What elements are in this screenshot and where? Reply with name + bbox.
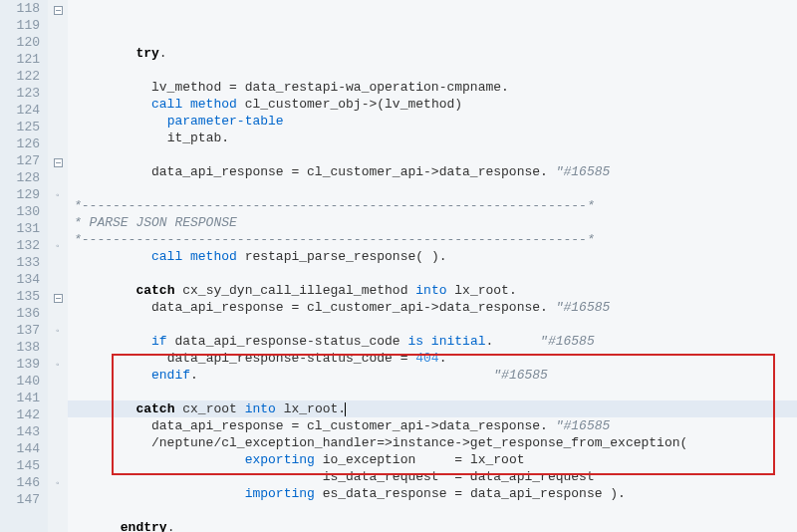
fold-cell xyxy=(48,51,68,68)
code-line[interactable]: it_ptab. xyxy=(68,130,797,146)
token-comment: "#16585 xyxy=(556,164,611,179)
code-line[interactable]: call method cl_customer_obj->(lv_method) xyxy=(68,96,797,113)
code-line[interactable]: data_api_response = cl_customer_api->dat… xyxy=(68,417,797,434)
token-ident: restapi_parse_response( ). xyxy=(237,249,447,264)
fold-end-marker: ◦ xyxy=(55,360,61,371)
token-ident: cx_root xyxy=(174,401,244,416)
code-line[interactable]: parameter-table xyxy=(68,113,797,130)
fold-collapse-icon[interactable] xyxy=(54,294,63,303)
token-kw: endif xyxy=(151,368,190,383)
fold-cell xyxy=(48,457,68,474)
line-number: 139 xyxy=(0,356,42,373)
code-line[interactable]: importing es_data_response = data_api_re… xyxy=(68,485,797,502)
fold-cell[interactable] xyxy=(48,0,68,17)
fold-cell xyxy=(48,220,68,237)
fold-cell xyxy=(48,305,68,322)
token-comment: "#16585 xyxy=(540,334,595,349)
line-number: 137 xyxy=(0,322,42,339)
fold-cell: ◦ xyxy=(48,474,68,491)
code-line[interactable]: try. xyxy=(68,45,797,62)
token-ident: it_ptab. xyxy=(167,131,229,145)
token-kwbold: try xyxy=(135,46,158,61)
fold-cell xyxy=(48,169,68,186)
line-number: 127 xyxy=(0,152,42,169)
code-line[interactable]: call method restapi_parse_response( ). xyxy=(68,248,797,265)
line-number: 143 xyxy=(0,423,42,440)
code-line[interactable]: /neptune/cl_exception_handler=>instance-… xyxy=(68,434,797,451)
line-number: 136 xyxy=(0,305,42,322)
token-ident: cl_customer_obj->(lv_method) xyxy=(237,97,462,112)
token-ident: /neptune/cl_exception_handler=>instance-… xyxy=(151,435,687,450)
token-ident: io_exception = lx_root xyxy=(315,452,525,467)
fold-cell: ◦ xyxy=(48,356,68,373)
token-kw: into xyxy=(415,283,446,298)
token-ident: data_api_response-status_code xyxy=(167,334,408,349)
code-line[interactable]: if data_api_response-status_code is init… xyxy=(68,333,797,350)
fold-collapse-icon[interactable] xyxy=(54,6,63,15)
code-line[interactable]: data_api_response = cl_customer_api->dat… xyxy=(68,163,797,180)
token-ident: is_data_request = data_api_request xyxy=(323,469,595,484)
code-line[interactable]: *---------------------------------------… xyxy=(68,231,797,248)
token-ident: data_api_response = cl_customer_api->dat… xyxy=(151,164,556,179)
line-number: 144 xyxy=(0,440,42,457)
fold-cell xyxy=(48,85,68,102)
fold-cell: ◦ xyxy=(48,322,68,339)
code-line[interactable]: data_api_response = cl_customer_api->dat… xyxy=(68,299,797,316)
fold-column[interactable]: ◦◦◦◦◦ xyxy=(48,0,68,532)
token-ident: . xyxy=(159,46,167,61)
code-line[interactable]: endtry. xyxy=(68,519,797,532)
code-line[interactable] xyxy=(68,265,797,282)
code-line[interactable] xyxy=(68,384,797,400)
code-line[interactable]: catch cx_root into lx_root. xyxy=(68,400,797,417)
line-number: 133 xyxy=(0,254,42,271)
code-line[interactable]: catch cx_sy_dyn_call_illegal_method into… xyxy=(68,282,797,299)
fold-cell xyxy=(48,135,68,152)
line-number: 145 xyxy=(0,457,42,474)
text-caret xyxy=(345,402,346,416)
code-line[interactable] xyxy=(68,316,797,333)
line-number: 128 xyxy=(0,169,42,186)
fold-cell xyxy=(48,34,68,51)
line-number: 120 xyxy=(0,34,42,51)
code-line[interactable]: data_api_response-status_code = 404. xyxy=(68,350,797,367)
token-ident: lv_method = data_restapi-wa_operation-cm… xyxy=(151,80,509,95)
token-comment: "#16585 xyxy=(556,418,611,433)
token-kwbold: catch xyxy=(135,401,174,416)
token-kw: call method xyxy=(151,249,237,264)
fold-cell xyxy=(48,339,68,356)
code-line[interactable]: is_data_request = data_api_request xyxy=(68,468,797,485)
token-ident: data_api_response = cl_customer_api->dat… xyxy=(151,300,556,315)
fold-collapse-icon[interactable] xyxy=(54,158,63,167)
token-kw: is initial xyxy=(407,334,485,349)
code-line[interactable] xyxy=(68,502,797,519)
fold-cell xyxy=(48,17,68,34)
fold-cell xyxy=(48,271,68,288)
code-line[interactable]: * PARSE JSON RESPONSE xyxy=(68,214,797,231)
code-line[interactable] xyxy=(68,62,797,79)
fold-cell xyxy=(48,440,68,457)
code-line[interactable]: exporting io_exception = lx_root xyxy=(68,451,797,468)
line-number: 131 xyxy=(0,220,42,237)
code-line[interactable]: lv_method = data_restapi-wa_operation-cm… xyxy=(68,79,797,96)
line-number: 130 xyxy=(0,203,42,220)
code-editor[interactable]: 1181191201211221231241251261271281291301… xyxy=(0,0,797,532)
line-number: 121 xyxy=(0,51,42,68)
line-number-gutter: 1181191201211221231241251261271281291301… xyxy=(0,0,48,532)
token-ident: . xyxy=(190,368,198,383)
code-area[interactable]: try. lv_method = data_restapi-wa_operati… xyxy=(68,0,797,532)
fold-cell xyxy=(48,68,68,85)
token-comment: "#16585 xyxy=(556,300,611,315)
line-number: 134 xyxy=(0,271,42,288)
fold-cell[interactable] xyxy=(48,152,68,169)
fold-cell[interactable] xyxy=(48,288,68,305)
token-kw: call method xyxy=(151,97,237,112)
line-number: 147 xyxy=(0,491,42,508)
code-line[interactable] xyxy=(68,146,797,163)
code-line[interactable]: endif. "#16585 xyxy=(68,367,797,384)
fold-cell xyxy=(48,102,68,119)
code-line[interactable]: *---------------------------------------… xyxy=(68,197,797,214)
code-line[interactable] xyxy=(68,180,797,197)
token-ident: . xyxy=(167,520,175,532)
fold-cell xyxy=(48,491,68,508)
fold-end-marker: ◦ xyxy=(55,241,61,252)
